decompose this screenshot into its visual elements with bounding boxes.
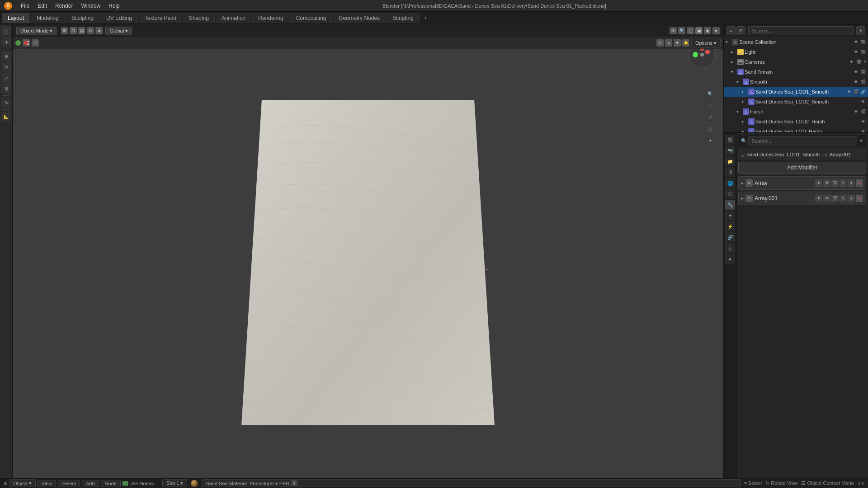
mod-array-more-icon[interactable]: ▾ — [848, 179, 855, 187]
viewport[interactable]: Object Mode ▾ ⊞ ⊡ ▤ ⊙ ◈ Global ▾ 👁 🔍 ◻ — [13, 24, 723, 478]
shading-solid[interactable]: ◼ — [695, 27, 703, 34]
add-workspace-button[interactable]: + — [420, 13, 431, 23]
lod0h-view-icon[interactable]: 👁 — [860, 128, 866, 132]
light-render-icon[interactable]: 🎬 — [860, 49, 866, 55]
sm-render-icon[interactable]: 🎬 — [860, 79, 866, 85]
view-all-icon[interactable]: ⤢ — [705, 112, 715, 122]
outliner-search-input[interactable] — [748, 26, 854, 35]
scene-view-icon[interactable]: 👁 — [853, 39, 859, 45]
tab-compositing[interactable]: Compositing — [290, 13, 332, 23]
overlay-icon-2[interactable]: 🔍 — [678, 27, 685, 34]
bottom-left-icon[interactable]: ⊞ — [4, 481, 7, 486]
viewport-icon-1[interactable]: ⊞ — [61, 27, 68, 34]
tab-geometry-nodes[interactable]: Geometry Nodes — [333, 13, 386, 23]
st-view-icon[interactable]: 👁 — [853, 69, 859, 75]
add-btn[interactable]: Add — [82, 480, 99, 487]
tool-annotate[interactable]: ✎ — [1, 98, 11, 108]
outliner-item-lod1-smooth[interactable]: ▸ △ Sand Dunes Sea_LOD1_Smooth 👁 🎬 🔗 — [724, 87, 868, 97]
outliner-item-sand-terrain[interactable]: ▾ △ Sand Terrain 👁 🎬 — [724, 67, 868, 77]
modifier-array001-header[interactable]: ▸ ≡ Array.001 ▼ 👁 🎬 ✎ ▾ ✕ — [739, 192, 866, 205]
prop-scene-icon[interactable]: 🎬 — [725, 135, 735, 145]
add-modifier-button[interactable]: Add Modifier — [738, 162, 866, 174]
lod2h-view-icon[interactable]: 👁 — [860, 118, 866, 125]
overlay-icon-1[interactable]: 👁 — [670, 27, 677, 34]
view-toggle-4[interactable]: 🔔 — [682, 39, 689, 47]
viewport-icon-4[interactable]: ⊙ — [87, 27, 94, 34]
viewport-icon-5[interactable]: ◈ — [95, 27, 103, 34]
lod1-render-icon[interactable]: 🎬 — [853, 89, 859, 95]
prop-modifier-icon[interactable]: 🔧 — [725, 200, 735, 210]
lod2s-view-icon[interactable]: 👁 — [860, 99, 866, 105]
outliner-item-lod0-harsh[interactable]: ▸ △ Sand Dunes Sea_LOD_Harsh 👁 — [724, 127, 868, 132]
prop-physics-icon[interactable]: ⚡ — [725, 221, 735, 231]
slot-dropdown[interactable]: Slot 1 ▾ — [162, 479, 187, 487]
mod-array-filter-icon[interactable]: ▼ — [815, 179, 822, 187]
node-btn[interactable]: Node — [101, 480, 121, 487]
snap-icon[interactable]: 🧲 — [23, 39, 30, 47]
select-btn[interactable]: Select — [58, 480, 80, 487]
fly-mode-icon[interactable]: ✈ — [705, 136, 715, 145]
mod-array-edit-icon[interactable]: ✎ — [840, 179, 847, 187]
menu-edit[interactable]: Edit — [34, 2, 51, 10]
outliner-sort-icon[interactable]: ⊞ — [736, 26, 745, 35]
tab-scripting[interactable]: Scripting — [387, 13, 420, 23]
tab-modeling[interactable]: Modeling — [31, 13, 65, 23]
view-toggle-2[interactable]: ≡ — [665, 39, 672, 47]
menu-file[interactable]: File — [17, 2, 33, 10]
tool-measure[interactable]: 📐 — [1, 112, 11, 122]
view-btn[interactable]: View — [38, 480, 57, 487]
object-mode-dropdown[interactable]: Object Mode ▾ — [16, 27, 57, 35]
mode-dropdown[interactable]: Object ▾ — [9, 479, 36, 487]
shading-render[interactable]: ● — [712, 27, 720, 34]
mod-a001-render-icon[interactable]: 🎬 — [831, 195, 839, 202]
tab-layout[interactable]: Layout — [2, 13, 30, 23]
prop-data-icon[interactable]: △ — [725, 243, 735, 253]
light-view-icon[interactable]: 👁 — [853, 49, 859, 55]
prop-object-icon[interactable]: ⬡ — [725, 189, 735, 199]
tab-animation[interactable]: Animation — [216, 13, 251, 23]
tab-uv-editing[interactable]: UV Editing — [100, 13, 138, 23]
modifier-search-input[interactable] — [748, 136, 857, 145]
zoom-out-icon[interactable]: ↔ — [705, 100, 715, 110]
tab-shading[interactable]: Shading — [183, 13, 215, 23]
proportional-edit-icon[interactable]: ⊙ — [32, 39, 39, 47]
view-toggle-1[interactable]: ⊞ — [656, 39, 664, 47]
tool-transform[interactable]: ⊞ — [1, 84, 11, 94]
tool-move[interactable]: ⊕ — [1, 51, 11, 61]
outliner-item-lod2-smooth[interactable]: ▸ △ Sand Dunes Sea_LOD2_Smooth 👁 — [724, 97, 868, 107]
scene-render-icon[interactable]: 🎬 — [860, 39, 866, 45]
outliner-item-cameras[interactable]: ▸ 📷 Cameras 👁 🎬 2 — [724, 57, 868, 67]
mod-array-render-icon[interactable]: 🎬 — [831, 179, 839, 187]
tab-texture-paint[interactable]: Texture Paint — [139, 13, 182, 23]
prop-constraints-icon[interactable]: 🔗 — [725, 232, 735, 242]
shading-wire[interactable]: ◻ — [687, 27, 694, 34]
modifier-array-header[interactable]: ▸ ≡ Array ▼ 👁 🎬 ✎ ▾ ✕ — [739, 177, 866, 189]
viewport-icon-3[interactable]: ▤ — [78, 27, 85, 34]
cam-view-icon[interactable]: 👁 — [849, 59, 855, 65]
tool-select-box[interactable]: ▢ — [1, 26, 11, 36]
lod1-view-icon[interactable]: 👁 — [845, 89, 852, 95]
mod-a001-filter-icon[interactable]: ▼ — [815, 195, 822, 202]
mod-array-close-icon[interactable]: ✕ — [856, 179, 863, 187]
outliner-display-icon[interactable]: ≡ — [726, 26, 736, 35]
outliner-item-harsh[interactable]: ▾ △ Harsh 👁 🎬 — [724, 107, 868, 117]
prop-world-icon[interactable]: 🌐 — [725, 178, 735, 188]
tab-rendering[interactable]: Rendering — [252, 13, 289, 23]
prop-output-icon[interactable]: 📁 — [725, 156, 735, 166]
options-button[interactable]: Options ▾ — [691, 39, 721, 47]
menu-help[interactable]: Help — [105, 2, 123, 10]
mod-a001-more-icon[interactable]: ▾ — [848, 195, 855, 202]
view-icon-dot[interactable] — [15, 40, 21, 46]
outliner-item-scene-collection[interactable]: ▾ 🗂 Scene Collection 👁 🎬 — [724, 37, 868, 47]
prop-render-icon[interactable]: 📷 — [725, 145, 735, 155]
use-nodes-check[interactable]: ✓ Use Nodes — [123, 481, 154, 486]
view-toggle-3[interactable]: ▼ — [674, 39, 681, 47]
tool-scale[interactable]: ⤢ — [1, 73, 11, 83]
zoom-in-icon[interactable]: 🔍 — [705, 89, 715, 99]
harsh-view-icon[interactable]: 👁 — [853, 108, 859, 115]
outliner-item-light[interactable]: ▸ 💡 Light 👁 🎬 — [724, 47, 868, 57]
st-render-icon[interactable]: 🎬 — [860, 69, 866, 75]
mod-a001-close-icon[interactable]: ✕ — [856, 195, 863, 202]
global-dropdown[interactable]: Global ▾ — [105, 27, 132, 35]
outliner-filter-button[interactable]: ▼ — [856, 26, 865, 35]
